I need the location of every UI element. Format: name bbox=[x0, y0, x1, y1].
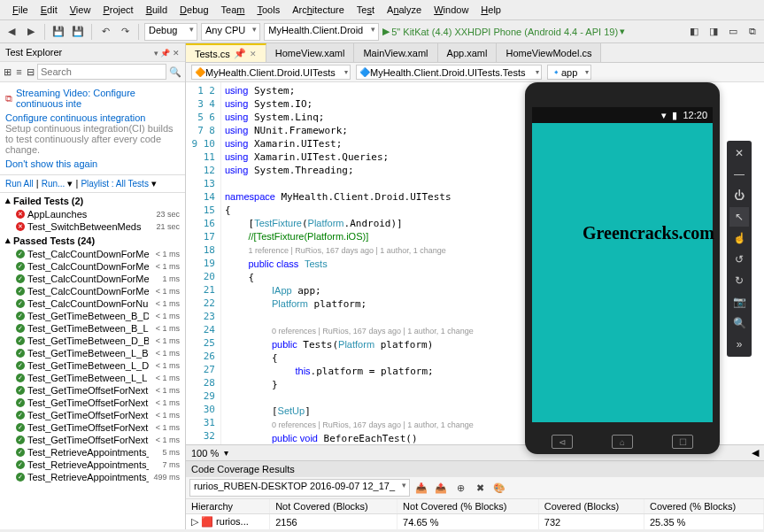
close-icon[interactable]: ✕ bbox=[250, 50, 257, 58]
test-item[interactable]: ✓Test_CalcCountDownForNullMed< 1 ms bbox=[0, 297, 185, 310]
test-item[interactable]: ✓Test_GetTimeOffsetForNextPill...< 1 ms bbox=[0, 434, 185, 446]
test-item[interactable]: ✓Test_CalcCountDownForMed_P...< 1 ms bbox=[0, 260, 185, 273]
nav-fwd-icon[interactable]: ▶ bbox=[23, 24, 39, 40]
test-item[interactable]: ✓Test_GetTimeBetween_L_B< 1 ms bbox=[0, 347, 185, 359]
test-item[interactable]: ✓Test_CalcCountDownForMedN...< 1 ms bbox=[0, 285, 185, 297]
emu-recent-icon[interactable]: ☐ bbox=[672, 435, 693, 449]
start-debug-button[interactable]: ▶ 5" KitKat (4.4) XXHDPI Phone (Android … bbox=[382, 26, 625, 37]
test-item[interactable]: ✓Test_GetTimeBetween_B_D< 1 ms bbox=[0, 310, 185, 322]
save-all-icon[interactable]: 💾 bbox=[70, 24, 86, 40]
emu-home-icon[interactable]: ⌂ bbox=[612, 435, 633, 449]
coverage-run-combo[interactable]: rurios_RUBEN-DESKTOP 2016-09-07 12_17_ bbox=[189, 479, 410, 497]
filter-icon-1[interactable]: ≡ bbox=[15, 64, 24, 80]
redo-icon[interactable]: ↷ bbox=[117, 24, 133, 40]
platform-combo[interactable]: Any CPU bbox=[201, 23, 260, 41]
emu-power-icon[interactable]: ⏻ bbox=[729, 186, 749, 205]
menu-team[interactable]: Team bbox=[216, 3, 251, 17]
filter-icon-2[interactable]: ⊟ bbox=[26, 64, 35, 80]
test-item[interactable]: ✓Test_GetTimeOffsetForNextPill...< 1 ms bbox=[0, 397, 185, 409]
stream-link[interactable]: Streaming Video: Configure continuous in… bbox=[16, 88, 180, 109]
emu-minimize-icon[interactable]: — bbox=[729, 165, 749, 184]
emulator-screen[interactable]: ▾ ▮ 12:20 ⊲ ⌂ ☐ bbox=[532, 107, 713, 422]
menu-analyze[interactable]: Analyze bbox=[382, 3, 427, 17]
menu-edit[interactable]: Edit bbox=[35, 3, 63, 17]
config-combo[interactable]: Debug bbox=[144, 23, 197, 41]
pin-icon[interactable]: ▾ 📌 ✕ bbox=[154, 49, 180, 58]
zoom-level[interactable]: 100 % bbox=[191, 448, 219, 459]
run-link[interactable]: Run... bbox=[42, 179, 66, 189]
cov-export-icon[interactable]: 📤 bbox=[433, 480, 449, 496]
passed-tests-group[interactable]: ▴ Passed Tests (24) bbox=[0, 233, 185, 248]
playlist-link[interactable]: Playlist : All Tests bbox=[81, 179, 149, 189]
tool-icon-2[interactable]: ◨ bbox=[706, 24, 722, 40]
emu-more-icon[interactable]: » bbox=[729, 335, 749, 354]
tool-icon-1[interactable]: ◧ bbox=[686, 24, 702, 40]
menu-build[interactable]: Build bbox=[141, 3, 173, 17]
configure-ci-link[interactable]: Configure continuous integration bbox=[5, 112, 180, 123]
emu-screenshot-icon[interactable]: 📷 bbox=[729, 292, 749, 312]
project-combo[interactable]: MyHealth.Client.Droid bbox=[264, 23, 379, 41]
emu-cursor-icon[interactable]: ↖ bbox=[729, 207, 749, 227]
test-item[interactable]: ✓Test_RetrieveAppointments_Whe...5 ms bbox=[0, 446, 185, 459]
emu-rotate-right-icon[interactable]: ↻ bbox=[729, 271, 749, 290]
menu-architecture[interactable]: Architecture bbox=[287, 3, 350, 17]
search-icon[interactable]: 🔍 bbox=[169, 64, 181, 80]
test-item[interactable]: ✓Test_GetTimeOffsetForNextPill...< 1 ms bbox=[0, 384, 185, 397]
editor-tab[interactable]: MainView.xaml bbox=[354, 43, 437, 62]
undo-icon[interactable]: ↶ bbox=[97, 24, 113, 40]
pin-icon[interactable]: 📌 bbox=[234, 48, 246, 59]
emu-touch-icon[interactable]: ☝ bbox=[729, 228, 749, 248]
test-item[interactable]: ✕AppLaunches23 sec bbox=[0, 208, 185, 220]
emu-zoom-icon[interactable]: 🔍 bbox=[729, 313, 749, 333]
coverage-header[interactable]: Hierarchy bbox=[186, 499, 270, 514]
nav-back-icon[interactable]: ◀ bbox=[4, 24, 19, 40]
editor-tab[interactable]: HomeViewModel.cs bbox=[497, 43, 601, 62]
editor-tab[interactable]: Tests.cs 📌 ✕ bbox=[186, 43, 266, 62]
menu-help[interactable]: Help bbox=[475, 3, 506, 17]
namespace-combo[interactable]: 🔶 MyHealth.Client.Droid.UITests bbox=[191, 65, 351, 80]
test-item[interactable]: ✓Test_GetTimeBetween_B_L< 1 ms bbox=[0, 322, 185, 335]
coverage-header[interactable]: Covered (Blocks) bbox=[538, 499, 644, 514]
emu-close-icon[interactable]: ✕ bbox=[729, 143, 749, 163]
test-item[interactable]: ✓Test_GetTimeBetween_D_B< 1 ms bbox=[0, 335, 185, 347]
emu-rotate-left-icon[interactable]: ↺ bbox=[729, 250, 749, 269]
menu-file[interactable]: File bbox=[7, 3, 34, 17]
save-icon[interactable]: 💾 bbox=[50, 24, 66, 40]
dismiss-link[interactable]: Don't show this again bbox=[5, 158, 180, 169]
menu-test[interactable]: Test bbox=[351, 3, 380, 17]
menu-tools[interactable]: Tools bbox=[251, 3, 285, 17]
cov-delete-icon[interactable]: ✖ bbox=[472, 480, 488, 496]
menu-project[interactable]: Project bbox=[97, 3, 138, 17]
test-item[interactable]: ✓Test_CalcCountDownForMed_P...< 1 ms bbox=[0, 248, 185, 260]
cov-merge-icon[interactable]: ⊕ bbox=[452, 480, 468, 496]
test-item[interactable]: ✓Test_CalcCountDownForMed_Pref...1 ms bbox=[0, 273, 185, 285]
menu-debug[interactable]: Debug bbox=[174, 3, 213, 17]
cov-import-icon[interactable]: 📥 bbox=[413, 480, 429, 496]
test-item[interactable]: ✓Test_GetTimeOffsetForNextPill...< 1 ms bbox=[0, 421, 185, 434]
tool-icon-4[interactable]: ⧉ bbox=[745, 24, 760, 40]
test-item[interactable]: ✓Test_GetTimeBetween_L_L< 1 ms bbox=[0, 372, 185, 384]
tool-icon-3[interactable]: ▭ bbox=[725, 24, 741, 40]
test-item[interactable]: ✓Test_RetrieveAppointments_Whe...499 ms bbox=[0, 471, 185, 483]
android-emulator[interactable]: ▾ ▮ 12:20 ⊲ ⌂ ☐ bbox=[525, 82, 720, 454]
scroll-left-icon[interactable]: ◀ bbox=[752, 447, 759, 459]
test-item[interactable]: ✓Test_GetTimeBetween_L_D< 1 ms bbox=[0, 359, 185, 372]
test-item[interactable]: ✕Test_SwitchBetweenMeds21 sec bbox=[0, 220, 185, 233]
menu-view[interactable]: View bbox=[65, 3, 96, 17]
coverage-header[interactable]: Covered (% Blocks) bbox=[644, 499, 764, 514]
run-all-link[interactable]: Run All bbox=[5, 179, 34, 189]
failed-tests-group[interactable]: ▴ Failed Tests (2) bbox=[0, 193, 185, 208]
cov-color-icon[interactable]: 🎨 bbox=[491, 480, 507, 496]
coverage-header[interactable]: Not Covered (Blocks) bbox=[270, 499, 397, 514]
emu-back-icon[interactable]: ⊲ bbox=[552, 435, 573, 449]
test-item[interactable]: ✓Test_RetrieveAppointments_Whe...7 ms bbox=[0, 459, 185, 471]
editor-tab[interactable]: HomeView.xaml bbox=[266, 43, 355, 62]
menu-window[interactable]: Window bbox=[428, 3, 474, 17]
test-item[interactable]: ✓Test_GetTimeOffsetForNextPill...< 1 ms bbox=[0, 409, 185, 421]
group-by-icon[interactable]: ⊞ bbox=[4, 64, 12, 80]
search-input[interactable] bbox=[37, 64, 166, 80]
class-combo[interactable]: 🔷 MyHealth.Client.Droid.UITests.Tests bbox=[356, 65, 542, 80]
member-combo[interactable]: 🔹 app bbox=[547, 65, 591, 80]
editor-tab[interactable]: App.xaml bbox=[438, 43, 498, 62]
coverage-header[interactable]: Not Covered (% Blocks) bbox=[397, 499, 539, 514]
